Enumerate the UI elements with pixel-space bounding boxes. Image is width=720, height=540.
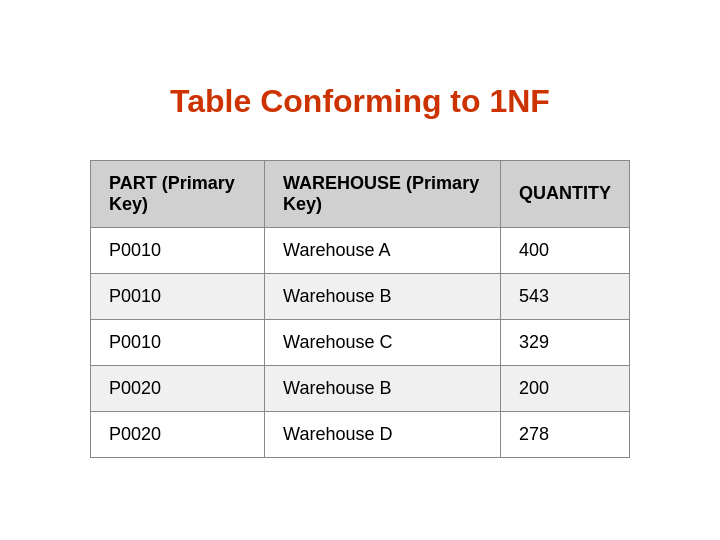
col-header-warehouse: WAREHOUSE (Primary Key) xyxy=(265,160,501,227)
cell-part: P0020 xyxy=(91,365,265,411)
cell-warehouse: Warehouse D xyxy=(265,411,501,457)
table-row: P0010Warehouse C329 xyxy=(91,319,630,365)
cell-part: P0010 xyxy=(91,273,265,319)
cell-warehouse: Warehouse B xyxy=(265,365,501,411)
col-header-part: PART (Primary Key) xyxy=(91,160,265,227)
cell-part: P0010 xyxy=(91,319,265,365)
table-row: P0020Warehouse B200 xyxy=(91,365,630,411)
col-header-quantity: QUANTITY xyxy=(500,160,629,227)
table-header-row: PART (Primary Key) WAREHOUSE (Primary Ke… xyxy=(91,160,630,227)
table-row: P0010Warehouse B543 xyxy=(91,273,630,319)
cell-quantity: 543 xyxy=(500,273,629,319)
cell-quantity: 329 xyxy=(500,319,629,365)
cell-warehouse: Warehouse C xyxy=(265,319,501,365)
cell-quantity: 200 xyxy=(500,365,629,411)
cell-warehouse: Warehouse B xyxy=(265,273,501,319)
cell-part: P0020 xyxy=(91,411,265,457)
cell-warehouse: Warehouse A xyxy=(265,227,501,273)
table-row: P0020Warehouse D278 xyxy=(91,411,630,457)
table-row: P0010Warehouse A400 xyxy=(91,227,630,273)
main-table: PART (Primary Key) WAREHOUSE (Primary Ke… xyxy=(90,160,630,458)
page-title: Table Conforming to 1NF xyxy=(170,83,550,120)
cell-quantity: 400 xyxy=(500,227,629,273)
cell-quantity: 278 xyxy=(500,411,629,457)
cell-part: P0010 xyxy=(91,227,265,273)
